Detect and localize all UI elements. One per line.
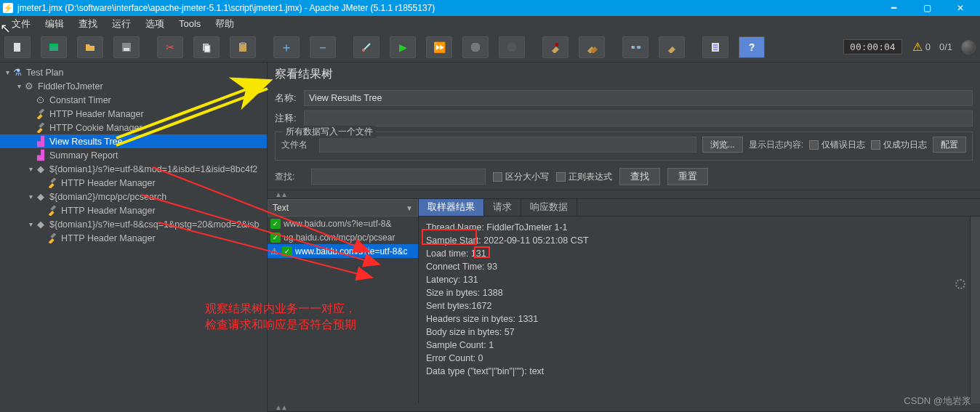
reset-button[interactable]: 重置 [667,168,708,185]
tree-item[interactable]: ▾◆${domian2}/mcp/pc/pcsearch [0,190,267,203]
tree-expander-icon[interactable]: ▾ [26,193,35,201]
function-helper-button[interactable] [659,36,685,58]
tree-item[interactable]: HTTP Cookie Manager [0,121,267,134]
search-input[interactable] [311,169,486,185]
result-item[interactable]: ✓ug.baidu.com/mcp/pc/pcsear [268,230,418,244]
success-only-checkbox[interactable]: 仅成功日志 [871,139,927,151]
tree-item-label: HTTP Header Manager [61,178,156,188]
filename-label: 文件名 [281,139,313,151]
menu-edit[interactable]: 编辑 [38,16,71,32]
detail-tabs: 取样器结果 请求 响应数据 [419,199,980,217]
tab-response[interactable]: 响应数据 [521,199,577,216]
tree-item-label: Summary Report [49,150,118,161]
detail-line: Load time: 131 [426,247,973,260]
annotation-rect-small [474,246,490,258]
clock-icon: ⏲ [35,94,47,106]
copy-button[interactable] [193,36,220,58]
case-sensitive-checkbox[interactable]: 区分大小写 [493,171,549,183]
close-button[interactable]: ✕ [944,0,977,16]
tree-item[interactable]: ▟View Results Tree [0,134,267,148]
browse-button[interactable]: 浏览... [702,137,743,153]
jmeter-app-icon: ⚡ [3,3,13,13]
renderer-value: Text [273,203,289,213]
tree-item[interactable]: HTTP Header Manager [0,176,267,190]
clear-button[interactable] [542,36,569,58]
tree-item-label: HTTP Header Manager [61,206,156,216]
tree-item[interactable]: HTTP Header Manager [0,107,267,121]
vertical-scrollbar[interactable] [970,217,980,403]
stop-button[interactable] [462,36,489,58]
detail-line: Data type ("text"|"bin"|""): text [426,365,973,378]
svg-marker-11 [507,43,516,52]
wrench-icon [35,108,47,120]
tree-item[interactable]: ▾◆${domian1}/s?ie=utf-8&mod=1&isbd=1&isi… [0,162,267,176]
tree-item[interactable]: ⏲Constant Timer [0,93,267,107]
name-input[interactable] [304,90,973,106]
toolbar: ✂ ＋ － ▶ ⏩ 👓 ? 00:00:04 ⚠ 0 0/1 [0,32,980,62]
splitter-bottom[interactable]: ▲▲ [268,403,980,412]
tree-expander-icon[interactable]: ▾ [26,165,35,173]
result-item-label: ug.baidu.com/mcp/pc/pcsear [284,233,395,243]
configure-button[interactable]: 配置 [933,137,966,153]
menu-help[interactable]: 帮助 [208,16,241,32]
detail-line: Error Count: 0 [426,352,973,365]
start-no-pauses-button[interactable]: ⏩ [426,36,452,58]
clear-all-button[interactable] [579,36,605,58]
tree-item[interactable]: ▟Summary Report [0,148,267,162]
menu-tools[interactable]: Tools [172,16,208,32]
shutdown-button[interactable] [499,36,525,58]
chart-icon: ▟ [35,136,47,148]
renderer-combo[interactable]: Text ▼ [268,199,418,217]
tab-sampler-result[interactable]: 取样器结果 [419,199,484,216]
help-button[interactable]: ? [739,36,765,58]
warning-icon[interactable]: ⚠ [912,40,923,54]
splitter[interactable]: ▲▲ [268,190,980,198]
regex-checkbox[interactable]: 正则表达式 [556,171,612,183]
collapse-button[interactable]: － [310,36,336,58]
tree-expander-icon[interactable]: ▾ [3,68,12,76]
sampler-result-text[interactable]: Thread Name: FiddlerToJmeter 1-1Sample S… [419,217,980,403]
svg-rect-4 [124,48,129,51]
tree-item[interactable]: HTTP Header Manager [0,203,267,217]
errors-only-checkbox[interactable]: 仅错误日志 [809,139,865,151]
tree-item-label: ${domian1}/s?ie=utf-8&csq=1&pstg=20&mod=… [49,219,259,230]
comment-input[interactable] [304,110,973,126]
tree-expander-icon[interactable]: ▾ [26,220,35,228]
save-button[interactable] [113,36,140,58]
doc-button[interactable] [702,36,728,58]
svg-marker-10 [471,43,480,52]
annotation-rect-tab [422,229,477,245]
result-item[interactable]: ⚠✓www.baidu.com/s?ie=utf-8&c [268,244,418,258]
menu-run[interactable]: 运行 [105,16,138,32]
svg-rect-8 [241,42,245,44]
find-button[interactable]: 👓 [622,36,648,58]
fieldset-legend: 所有数据写入一个文件 [283,126,376,138]
tab-request[interactable]: 请求 [484,199,521,216]
menu-bar: 文件 编辑 查找 运行 选项 Tools 帮助 [0,16,980,32]
search-button[interactable]: 查找 [619,168,660,185]
tree-item[interactable]: ▾⚙FiddlerToJmeter [0,79,267,93]
minimize-button[interactable]: ━ [877,0,910,16]
cut-button[interactable]: ✂ [157,36,183,58]
open-button[interactable] [77,36,103,58]
default-icon: ◆ [35,219,47,230]
menu-search[interactable]: 查找 [71,16,105,32]
expand-button[interactable]: ＋ [273,36,300,58]
tree-item[interactable]: HTTP Header Manager [0,231,267,245]
test-plan-tree[interactable]: ▾⚗Test Plan▾⚙FiddlerToJmeter⏲Constant Ti… [0,62,267,248]
result-item[interactable]: ✓www.baidu.com/s?ie=utf-8& [268,217,418,230]
chart-icon: ▟ [35,150,47,161]
templates-button[interactable] [41,36,67,58]
start-button[interactable]: ▶ [390,36,416,58]
toggle-button[interactable] [353,36,379,58]
paste-button[interactable] [230,36,256,58]
maximize-button[interactable]: ▢ [910,0,944,16]
tree-expander-icon[interactable]: ▾ [15,82,23,90]
new-button[interactable] [4,36,31,58]
window-controls: ━ ▢ ✕ [877,0,977,16]
results-area: Text ▼ ✓www.baidu.com/s?ie=utf-8&✓ug.bai… [268,198,980,403]
filename-input[interactable] [319,137,696,153]
menu-options[interactable]: 选项 [138,16,172,32]
tree-item[interactable]: ▾◆${domian1}/s?ie=utf-8&csq=1&pstg=20&mo… [0,217,267,231]
tree-item[interactable]: ▾⚗Test Plan [0,65,267,79]
